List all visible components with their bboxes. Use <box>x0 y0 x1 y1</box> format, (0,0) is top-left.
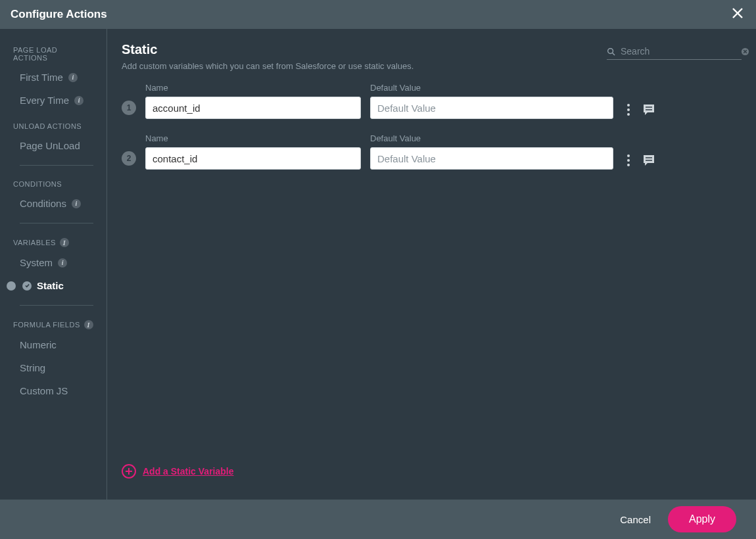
svg-point-12 <box>627 154 630 157</box>
svg-line-3 <box>613 53 615 55</box>
sidebar-item-numeric[interactable]: Numeric <box>7 333 100 356</box>
sidebar-section-page-load: PAGE LOAD ACTIONS First Time i Every Tim… <box>7 41 100 112</box>
check-icon <box>22 281 32 291</box>
divider <box>20 165 93 166</box>
variable-row: 1 Name Default Value <box>122 83 742 119</box>
main-header-text: Static Add custom variables which you ca… <box>122 42 413 71</box>
sidebar-item-first-time[interactable]: First Time i <box>7 66 100 89</box>
name-input[interactable] <box>145 147 361 170</box>
row-actions <box>626 103 655 116</box>
sidebar-heading-unload: UNLOAD ACTIONS <box>7 117 100 134</box>
sidebar-heading-variables: VARIABLES i <box>7 233 100 251</box>
page-title: Static <box>122 42 413 57</box>
comment-icon[interactable] <box>642 103 655 116</box>
search-input[interactable] <box>621 46 736 57</box>
cancel-button[interactable]: Cancel <box>620 514 651 525</box>
name-field: Name <box>145 83 361 119</box>
sidebar-heading-label: PAGE LOAD ACTIONS <box>13 46 93 62</box>
variable-rows: 1 Name Default Value <box>122 83 742 184</box>
variable-row: 2 Name Default Value <box>122 133 742 170</box>
svg-point-9 <box>627 113 630 116</box>
configure-actions-dialog: Configure Actions PAGE LOAD ACTIONS Firs… <box>0 0 756 539</box>
default-field: Default Value <box>370 133 613 170</box>
sidebar-item-label: Every Time <box>20 95 69 106</box>
sidebar-heading-conditions: CONDITIONS <box>7 175 100 192</box>
sidebar-item-label: Conditions <box>20 198 66 209</box>
sidebar-item-system[interactable]: System i <box>7 251 100 274</box>
sidebar-section-variables: VARIABLES i System i Static <box>7 233 100 297</box>
sidebar-item-label: Static <box>37 280 64 291</box>
sidebar-item-label: Custom JS <box>20 385 68 396</box>
name-field: Name <box>145 133 361 170</box>
default-label: Default Value <box>370 83 613 93</box>
svg-point-8 <box>627 108 630 111</box>
sidebar-item-label: Numeric <box>20 339 57 350</box>
dialog-title: Configure Actions <box>11 8 107 21</box>
main-header: Static Add custom variables which you ca… <box>122 42 742 71</box>
sidebar-item-label: String <box>20 362 45 373</box>
sidebar-heading-label: UNLOAD ACTIONS <box>13 122 82 130</box>
clear-icon[interactable] <box>741 47 749 56</box>
name-input[interactable] <box>145 97 361 119</box>
more-icon[interactable] <box>626 103 630 116</box>
plus-icon <box>122 464 136 479</box>
info-icon[interactable]: i <box>58 258 67 268</box>
row-actions <box>626 154 655 167</box>
svg-point-13 <box>627 159 630 162</box>
more-icon[interactable] <box>626 154 630 167</box>
default-label: Default Value <box>370 133 613 143</box>
info-icon[interactable]: i <box>72 199 81 208</box>
comment-icon[interactable] <box>642 154 655 167</box>
info-icon[interactable]: i <box>74 96 83 105</box>
dialog-footer: Cancel Apply <box>0 500 756 539</box>
sidebar-section-unload: UNLOAD ACTIONS Page UnLoad <box>7 117 100 157</box>
sidebar-section-conditions: CONDITIONS Conditions i <box>7 175 100 215</box>
search-field[interactable] <box>607 46 742 60</box>
sidebar-heading-label: FORMULA FIELDS <box>13 321 80 329</box>
info-icon[interactable]: i <box>60 238 69 247</box>
divider <box>20 223 93 223</box>
name-label: Name <box>145 83 361 93</box>
page-subtitle: Add custom variables which you can set f… <box>122 61 413 71</box>
dialog-titlebar: Configure Actions <box>0 0 756 29</box>
info-icon[interactable]: i <box>84 320 93 329</box>
sidebar-item-page-unload[interactable]: Page UnLoad <box>7 134 100 157</box>
sidebar-item-custom-js[interactable]: Custom JS <box>7 379 100 402</box>
sidebar-section-formula: FORMULA FIELDS i Numeric String Custom J… <box>7 315 100 402</box>
dialog-body: PAGE LOAD ACTIONS First Time i Every Tim… <box>0 29 756 500</box>
svg-point-2 <box>608 48 613 53</box>
sidebar: PAGE LOAD ACTIONS First Time i Every Tim… <box>0 29 107 500</box>
main-panel: Static Add custom variables which you ca… <box>107 29 756 500</box>
default-input[interactable] <box>370 147 613 170</box>
svg-point-14 <box>627 164 630 166</box>
add-static-variable-button[interactable]: Add a Static Variable <box>122 459 742 493</box>
sidebar-item-string[interactable]: String <box>7 356 100 379</box>
sidebar-heading-page-load: PAGE LOAD ACTIONS <box>7 41 100 66</box>
divider <box>20 305 93 306</box>
sidebar-item-label: System <box>20 257 53 268</box>
sidebar-item-every-time[interactable]: Every Time i <box>7 89 100 112</box>
default-input[interactable] <box>370 97 613 119</box>
close-icon[interactable] <box>731 7 744 22</box>
name-label: Name <box>145 133 361 143</box>
row-number-badge: 1 <box>122 101 136 115</box>
default-field: Default Value <box>370 83 613 119</box>
sidebar-heading-label: VARIABLES <box>13 239 56 246</box>
svg-point-7 <box>627 104 630 106</box>
sidebar-item-label: Page UnLoad <box>20 140 80 151</box>
sidebar-item-static[interactable]: Static <box>7 274 100 297</box>
search-icon <box>607 47 615 56</box>
row-number-badge: 2 <box>122 151 136 166</box>
sidebar-heading-label: CONDITIONS <box>13 180 62 188</box>
add-variable-label: Add a Static Variable <box>143 466 234 477</box>
sidebar-heading-formula: FORMULA FIELDS i <box>7 315 100 333</box>
sidebar-item-label: First Time <box>20 72 63 83</box>
sidebar-item-conditions[interactable]: Conditions i <box>7 192 100 215</box>
info-icon[interactable]: i <box>68 73 78 82</box>
apply-button[interactable]: Apply <box>668 506 736 532</box>
